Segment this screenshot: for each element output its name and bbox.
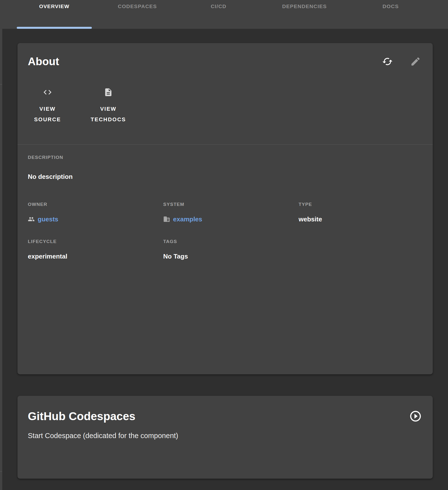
- codespaces-card-subtitle: Start Codespace (dedicated for the compo…: [28, 432, 178, 440]
- codespaces-card-header: GitHub Codespaces Start Codespace (dedic…: [17, 396, 433, 440]
- system-field: SYSTEM examples: [163, 201, 299, 223]
- about-fields-grid: OWNER guests SYSTEM: [28, 201, 422, 260]
- about-card-actions: [382, 56, 421, 67]
- entity-tab-bar: OVERVIEW CODESPACES CI/CD DEPENDENCIES D…: [0, 0, 448, 29]
- about-card-quick-links: VIEW SOURCE VIEW TECHDOCS: [17, 68, 433, 125]
- active-tab-indicator: [17, 27, 92, 29]
- tab-ci-cd[interactable]: CI/CD: [183, 0, 254, 29]
- docs-icon: [104, 88, 113, 101]
- about-card-divider: [17, 144, 433, 145]
- tab-codespaces-label: CODESPACES: [118, 3, 157, 29]
- about-card-title: About: [28, 55, 59, 68]
- system-link[interactable]: examples: [163, 215, 202, 223]
- type-field: TYPE website: [299, 201, 422, 223]
- tab-overview[interactable]: OVERVIEW: [17, 0, 92, 29]
- start-codespace-button[interactable]: [409, 410, 422, 423]
- edit-icon: [410, 56, 421, 68]
- tab-ci-cd-label: CI/CD: [211, 3, 226, 29]
- refresh-icon: [382, 56, 393, 68]
- system-label: SYSTEM: [163, 201, 299, 207]
- about-card-body: DESCRIPTION No description OWNER guests: [17, 154, 433, 260]
- tab-docs[interactable]: DOCS: [355, 0, 427, 29]
- sidebar-edge: [0, 29, 2, 490]
- owner-value: guests: [38, 215, 58, 223]
- codespaces-card: GitHub Codespaces Start Codespace (dedic…: [17, 396, 433, 479]
- tags-field: TAGS No Tags: [163, 239, 299, 260]
- owner-link[interactable]: guests: [28, 215, 58, 223]
- tags-label: TAGS: [163, 239, 299, 244]
- tab-docs-label: DOCS: [383, 3, 399, 29]
- system-value: examples: [173, 215, 202, 223]
- about-card-header: About: [17, 43, 433, 68]
- group-icon: [28, 216, 35, 223]
- owner-label: OWNER: [28, 201, 163, 207]
- description-label: DESCRIPTION: [28, 154, 422, 160]
- lifecycle-value: experimental: [28, 253, 163, 260]
- about-card: About VIEW SOURCE: [17, 43, 433, 374]
- tab-codespaces[interactable]: CODESPACES: [92, 0, 183, 29]
- tab-dependencies[interactable]: DEPENDENCIES: [254, 0, 355, 29]
- lifecycle-field: LIFECYCLE experimental: [28, 239, 163, 260]
- overview-tab-content: About VIEW SOURCE: [0, 29, 448, 490]
- edit-button[interactable]: [410, 56, 421, 67]
- view-techdocs-label: VIEW TECHDOCS: [82, 104, 134, 125]
- owner-field: OWNER guests: [28, 201, 163, 223]
- tags-value: No Tags: [163, 253, 299, 260]
- tab-dependencies-label: DEPENDENCIES: [282, 3, 327, 29]
- refresh-button[interactable]: [382, 56, 393, 67]
- codespaces-card-titles: GitHub Codespaces Start Codespace (dedic…: [28, 410, 178, 440]
- type-label: TYPE: [299, 201, 422, 207]
- code-icon: [43, 88, 52, 101]
- sidebar-edge-divider: [0, 471, 2, 472]
- view-techdocs-button[interactable]: VIEW TECHDOCS: [82, 88, 134, 125]
- sidebar-edge-divider: [0, 84, 2, 85]
- business-icon: [163, 216, 170, 223]
- view-source-label: VIEW SOURCE: [28, 104, 67, 125]
- view-source-button[interactable]: VIEW SOURCE: [28, 88, 67, 125]
- description-value: No description: [28, 173, 422, 180]
- tab-overview-label: OVERVIEW: [39, 3, 69, 29]
- codespaces-card-title: GitHub Codespaces: [28, 410, 178, 423]
- lifecycle-label: LIFECYCLE: [28, 239, 163, 244]
- play-circle-icon: [409, 420, 422, 423]
- type-value: website: [299, 215, 422, 223]
